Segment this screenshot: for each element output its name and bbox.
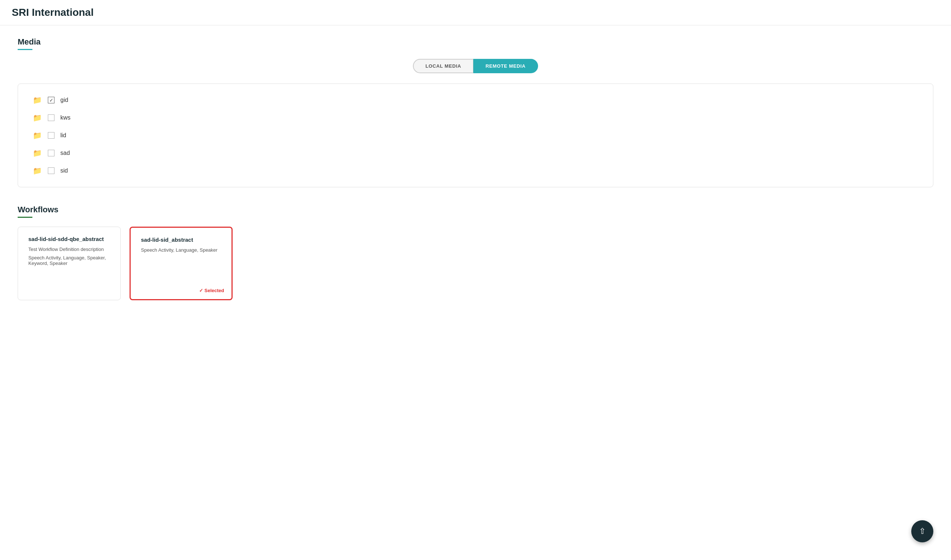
workflows-section: Workflows sad-lid-sid-sdd-qbe_abstract T… <box>18 205 933 300</box>
file-item-sad: 📁 sad <box>33 144 918 162</box>
file-name-kws: kws <box>60 114 71 121</box>
workflow-card-0-title: sad-lid-sid-sdd-qbe_abstract <box>28 236 110 242</box>
workflow-selected-badge: ✓ Selected <box>199 288 224 293</box>
workflows-grid: sad-lid-sid-sdd-qbe_abstract Test Workfl… <box>18 227 933 300</box>
file-name-sad: sad <box>60 150 70 156</box>
file-name-lid: lid <box>60 132 66 139</box>
workflow-card-1-tags: Speech Activity, Language, Speaker <box>141 247 221 253</box>
file-name-sid: sid <box>60 168 68 174</box>
file-item-gid: 📁 gid <box>33 91 918 109</box>
file-item-kws: 📁 kws <box>33 109 918 126</box>
header: SRI International <box>0 0 951 25</box>
remote-media-button[interactable]: REMOTE MEDIA <box>473 59 538 73</box>
file-item-lid: 📁 lid <box>33 126 918 144</box>
media-section: Media LOCAL MEDIA REMOTE MEDIA 📁 gid 📁 k… <box>18 37 933 187</box>
workflow-card-1[interactable]: sad-lid-sid_abstract Speech Activity, La… <box>129 227 232 300</box>
checkbox-kws[interactable] <box>48 114 54 121</box>
local-media-button[interactable]: LOCAL MEDIA <box>413 59 473 73</box>
checkbox-sad[interactable] <box>48 150 54 156</box>
selected-check-icon: ✓ <box>199 288 203 293</box>
file-list-box: 📁 gid 📁 kws 📁 lid 📁 sad 📁 <box>18 83 933 187</box>
main-content: Media LOCAL MEDIA REMOTE MEDIA 📁 gid 📁 k… <box>0 25 951 312</box>
workflow-card-0-tags: Speech Activity, Language, Speaker, Keyw… <box>28 255 110 266</box>
folder-icon-lid: 📁 <box>33 131 42 140</box>
folder-icon-sad: 📁 <box>33 149 42 157</box>
media-section-underline <box>18 49 32 50</box>
folder-icon-gid: 📁 <box>33 96 42 105</box>
file-item-sid: 📁 sid <box>33 162 918 180</box>
workflow-card-0-desc: Test Workflow Definition description <box>28 246 110 252</box>
checkbox-sid[interactable] <box>48 168 54 174</box>
selected-label: Selected <box>205 288 224 293</box>
workflows-section-title: Workflows <box>18 205 933 214</box>
app-title: SRI International <box>12 7 94 18</box>
folder-icon-kws: 📁 <box>33 113 42 122</box>
checkbox-gid[interactable] <box>48 97 54 103</box>
media-toggle-group: LOCAL MEDIA REMOTE MEDIA <box>18 59 933 73</box>
workflow-card-0[interactable]: sad-lid-sid-sdd-qbe_abstract Test Workfl… <box>18 227 121 300</box>
file-name-gid: gid <box>60 97 68 103</box>
checkbox-lid[interactable] <box>48 132 54 139</box>
media-section-title: Media <box>18 37 933 47</box>
workflows-section-underline <box>18 217 32 218</box>
folder-icon-sid: 📁 <box>33 166 42 175</box>
workflow-card-1-title: sad-lid-sid_abstract <box>141 237 221 243</box>
